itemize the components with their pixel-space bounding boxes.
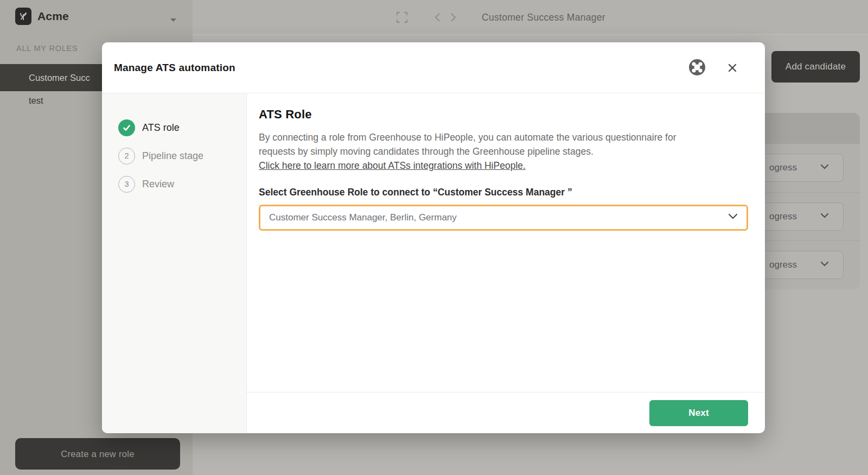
description-line: requests by simply moving candidates thr… <box>259 144 748 159</box>
status-select-value: ogress <box>769 162 797 173</box>
close-icon <box>727 63 737 73</box>
create-role-button[interactable]: Create a new role <box>15 438 180 470</box>
app-canvas: Customer Success Manager <box>0 0 868 475</box>
workspace-switcher[interactable]: Acme <box>15 8 69 25</box>
fullscreen-icon[interactable] <box>395 11 409 24</box>
chevron-down-icon <box>728 213 738 219</box>
brand-name: Acme <box>37 10 69 23</box>
roles-section-label: ALL MY ROLES <box>16 44 78 53</box>
step-label: Pipeline stage <box>142 150 203 162</box>
topbar: Customer Success Manager <box>193 0 868 35</box>
help-button[interactable] <box>687 58 707 77</box>
modal-header: Manage ATS automation <box>102 42 765 93</box>
greenhouse-role-select-value: Customer Success Manager, Berlin, German… <box>269 212 457 223</box>
description-line: By connecting a role from Greenhouse to … <box>259 130 748 144</box>
status-select[interactable]: ogress <box>757 251 844 279</box>
add-candidate-button[interactable]: Add candidate <box>771 51 860 83</box>
modal-title: Manage ATS automation <box>114 42 235 93</box>
modal-content: ATS Role By connecting a role from Green… <box>247 93 765 392</box>
status-select[interactable]: ogress <box>757 154 844 182</box>
lifebuoy-icon <box>687 58 707 77</box>
step-number: 2 <box>118 148 135 164</box>
step-complete-icon <box>118 119 135 136</box>
greenhouse-role-select-label: Select Greenhouse Role to connect to “Cu… <box>259 187 748 198</box>
step-label: Review <box>142 179 174 190</box>
wizard-steps: ATS role 2 Pipeline stage 3 Review <box>102 93 247 433</box>
step-ats-role[interactable]: ATS role <box>118 119 246 136</box>
check-icon <box>122 123 131 132</box>
chevron-down-icon <box>820 164 829 169</box>
chevron-down-icon <box>820 261 829 267</box>
next-button[interactable]: Next <box>649 400 748 426</box>
modal-footer: Next <box>247 392 765 433</box>
step-pipeline-stage[interactable]: 2 Pipeline stage <box>118 147 246 164</box>
brand-logo-icon <box>15 8 31 25</box>
nav-back-icon[interactable] <box>433 12 443 23</box>
step-number: 3 <box>118 176 135 193</box>
content-heading: ATS Role <box>259 107 748 122</box>
status-select-value: ogress <box>769 259 797 270</box>
close-button[interactable] <box>726 62 739 75</box>
content-description: By connecting a role from Greenhouse to … <box>259 130 748 173</box>
manage-ats-automation-modal: Manage ATS automation <box>102 42 765 433</box>
status-select[interactable]: ogress <box>757 202 844 231</box>
chevron-down-icon <box>820 213 829 218</box>
sidebar-item-role-test[interactable]: test <box>29 90 43 111</box>
status-select-value: ogress <box>769 211 797 222</box>
page-title: Customer Success Manager <box>482 0 605 35</box>
nav-forward-icon[interactable] <box>448 12 458 23</box>
greenhouse-role-select[interactable]: Customer Success Manager, Berlin, German… <box>259 205 748 231</box>
chevron-down-icon[interactable] <box>170 15 177 24</box>
step-label: ATS role <box>142 122 180 134</box>
ats-integrations-link[interactable]: Click here to learn more about ATSs inte… <box>259 159 526 173</box>
step-review[interactable]: 3 Review <box>118 175 246 193</box>
